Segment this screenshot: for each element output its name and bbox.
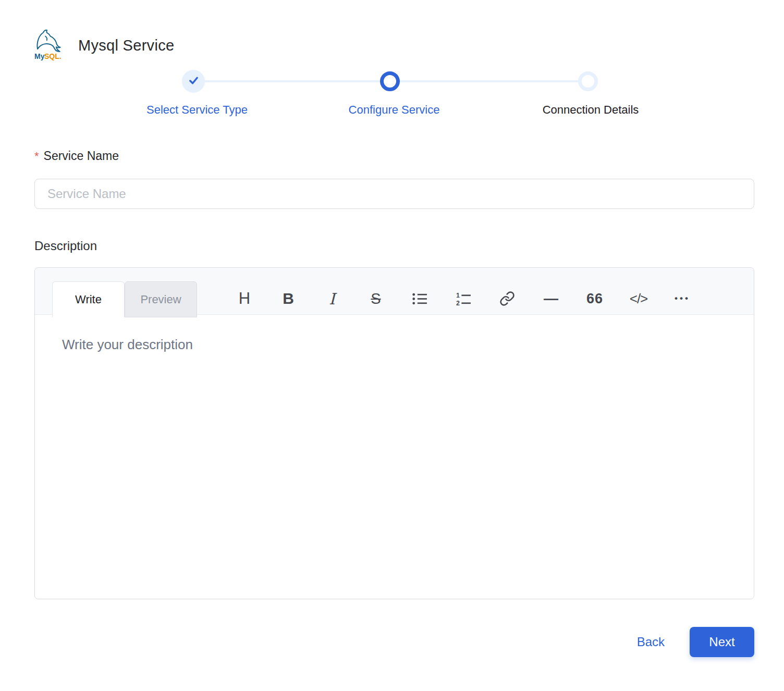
check-icon	[188, 75, 200, 89]
code-icon[interactable]: </>	[617, 283, 660, 314]
link-icon[interactable]	[485, 283, 529, 314]
step-select-service-type-indicator	[182, 70, 205, 93]
page-header: My SQL. Mysql Service	[32, 29, 174, 61]
step-label-connection-details: Connection Details	[497, 103, 684, 117]
strikethrough-icon[interactable]: S	[354, 283, 398, 314]
svg-text:2: 2	[456, 299, 460, 306]
step-connection-details-indicator	[578, 71, 598, 91]
service-name-label-text: Service Name	[44, 149, 119, 163]
quote-icon[interactable]: 66	[573, 283, 617, 314]
heading-icon[interactable]: H	[223, 283, 266, 314]
svg-text:1: 1	[456, 291, 460, 299]
step-configure-service-indicator	[380, 71, 400, 91]
step-label-select-service-type: Select Service Type	[103, 103, 291, 117]
formatting-toolbar: H B I S 1 2	[223, 280, 704, 317]
required-asterisk: *	[34, 150, 39, 163]
mysql-logo: My SQL.	[32, 29, 66, 61]
more-icon[interactable]: •••	[660, 283, 704, 314]
stepper: Select Service Type Configure Service Co…	[34, 68, 754, 126]
description-label: Description	[34, 239, 97, 253]
wizard-footer: Back Next	[34, 627, 754, 657]
italic-icon[interactable]: I	[310, 283, 354, 314]
back-button[interactable]: Back	[637, 635, 665, 649]
bullet-list-icon[interactable]	[398, 283, 442, 314]
next-button[interactable]: Next	[690, 627, 754, 657]
bold-icon[interactable]: B	[266, 283, 310, 314]
numbered-list-icon[interactable]: 1 2	[442, 283, 485, 314]
editor-tabs: Write Preview	[52, 281, 197, 317]
tab-preview[interactable]: Preview	[125, 281, 197, 317]
editor-toolbar: Write Preview H B I S	[35, 268, 754, 315]
svg-text:My: My	[34, 52, 45, 60]
service-name-input[interactable]	[34, 179, 754, 209]
svg-text:SQL.: SQL.	[44, 52, 62, 60]
description-editor: Write Preview H B I S	[34, 267, 754, 599]
step-label-configure-service: Configure Service	[300, 103, 488, 117]
configure-service-page: My SQL. Mysql Service Select Service Typ…	[0, 0, 784, 691]
tab-write[interactable]: Write	[52, 281, 125, 317]
mysql-dolphin-icon: My SQL.	[32, 29, 66, 61]
description-textarea[interactable]	[35, 315, 754, 599]
page-title: Mysql Service	[78, 37, 174, 54]
service-name-label: *Service Name	[34, 149, 119, 163]
horizontal-rule-icon[interactable]: —	[529, 283, 573, 314]
